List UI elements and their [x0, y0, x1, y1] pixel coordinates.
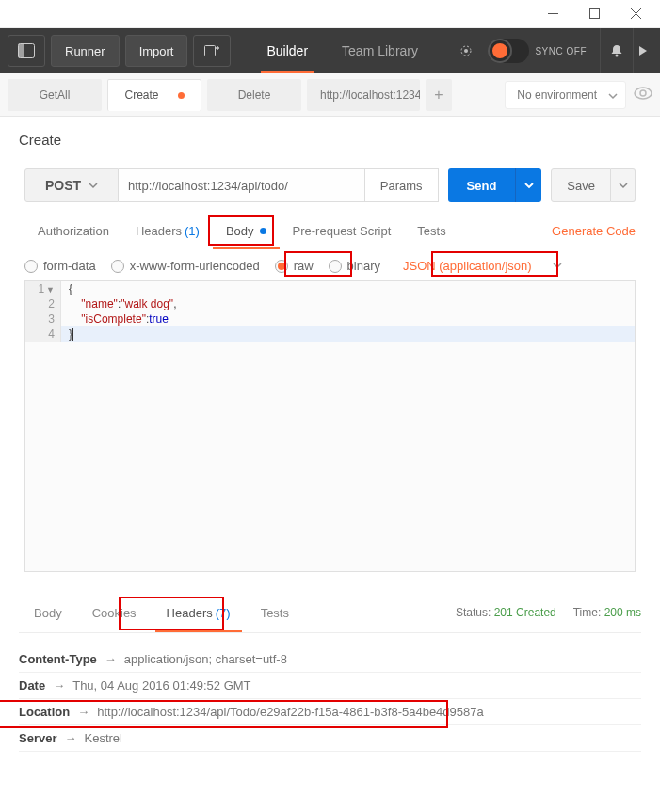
radio-icon	[275, 260, 288, 273]
subtab-prerequest[interactable]: Pre-request Script	[280, 212, 405, 249]
response-header-row: Server → Kestrel	[19, 725, 641, 752]
runner-button[interactable]: Runner	[51, 35, 120, 67]
request-name: Create	[0, 117, 660, 151]
environment-select[interactable]: No environment	[505, 81, 626, 109]
request-tab-create[interactable]: Create	[107, 79, 201, 111]
response-header-row: Location → http://localhost:1234/api/Tod…	[19, 699, 641, 725]
header-value: application/json; charset=utf-8	[124, 652, 287, 666]
svg-point-13	[635, 88, 652, 99]
app-toolbar: Runner Import Builder Team Library SYNC …	[0, 28, 660, 73]
radio-label: binary	[347, 259, 380, 273]
svg-point-14	[640, 90, 646, 96]
response-header-row: Content-Type → application/json; charset…	[19, 646, 641, 673]
radio-icon	[111, 260, 124, 273]
notifications-button[interactable]	[600, 28, 634, 73]
generate-code-link[interactable]: Generate Code	[552, 224, 636, 238]
request-body-editor[interactable]: 1▼ { 2 "name":"walk dog", 3 "isComplete"…	[24, 280, 636, 572]
window-close-button[interactable]	[615, 1, 656, 27]
header-value: Thu, 04 Aug 2016 01:49:52 GMT	[72, 678, 250, 693]
mode-tab-team-library[interactable]: Team Library	[325, 28, 435, 73]
header-value: http://localhost:1234/api/Todo/e29af22b-…	[97, 705, 484, 719]
radio-label: form-data	[43, 259, 96, 273]
response-tab-headers[interactable]: Headers (7)	[152, 593, 246, 632]
code-line: "isComplete":true	[61, 311, 176, 326]
http-method-select[interactable]: POST	[24, 168, 119, 202]
chevron-down-icon	[608, 90, 618, 103]
subtab-body[interactable]: Body	[213, 212, 280, 249]
code-line: {	[61, 281, 80, 296]
headers-count: (7)	[216, 606, 231, 620]
request-tabs-row: GetAll Create Delete http://localhost:12…	[0, 73, 660, 117]
line-number: 2	[25, 296, 61, 311]
sidebar-toggle-button[interactable]	[8, 35, 45, 67]
method-label: POST	[45, 178, 81, 193]
arrow-icon: →	[77, 705, 89, 719]
radio-label: x-www-form-urlencoded	[130, 259, 260, 273]
overflow-button[interactable]	[634, 46, 652, 56]
body-type-row: form-data x-www-form-urlencoded raw bina…	[0, 249, 660, 277]
window-maximize-button[interactable]	[573, 1, 615, 27]
body-type-urlencoded[interactable]: x-www-form-urlencoded	[111, 259, 260, 273]
body-content-type-select[interactable]: JSON (application/json)	[403, 259, 532, 273]
chevron-down-icon	[524, 179, 534, 193]
header-key: Server	[19, 731, 56, 745]
response-tab-cookies[interactable]: Cookies	[77, 593, 152, 632]
save-dropdown-button[interactable]	[611, 168, 636, 202]
new-request-tab-button[interactable]: +	[426, 79, 452, 111]
body-type-formdata[interactable]: form-data	[24, 259, 96, 273]
line-number: 4	[25, 326, 61, 342]
import-button[interactable]: Import	[125, 35, 188, 67]
environment-label: No environment	[517, 88, 597, 102]
chevron-down-icon	[619, 179, 628, 193]
arrow-icon: →	[105, 652, 117, 666]
time-value: 200 ms	[604, 606, 641, 619]
radio-icon	[24, 260, 38, 273]
body-type-raw[interactable]: raw	[275, 259, 314, 273]
response-tab-body[interactable]: Body	[19, 593, 77, 632]
header-key: Location	[19, 705, 70, 719]
chevron-down-icon	[89, 178, 98, 193]
send-dropdown-button[interactable]	[515, 168, 541, 202]
sync-toggle[interactable]: SYNC OFF	[488, 37, 587, 65]
subtab-headers[interactable]: Headers (1)	[122, 212, 213, 249]
text-cursor	[72, 328, 73, 341]
interceptor-icon[interactable]	[452, 37, 480, 65]
code-line: }	[61, 326, 81, 342]
svg-rect-0	[548, 13, 558, 14]
svg-point-10	[464, 49, 468, 53]
request-url-input[interactable]	[119, 168, 365, 202]
body-indicator-icon	[260, 228, 266, 234]
header-key: Date	[19, 678, 45, 693]
line-number: 1	[38, 282, 44, 295]
window-minimize-button[interactable]	[532, 1, 573, 27]
mode-tab-builder[interactable]: Builder	[250, 28, 325, 73]
svg-point-11	[616, 55, 619, 57]
save-button[interactable]: Save	[551, 168, 611, 202]
arrow-icon: →	[64, 731, 76, 745]
line-number: 3	[25, 311, 61, 326]
svg-rect-5	[19, 44, 24, 58]
params-button[interactable]: Params	[365, 168, 439, 202]
sync-label: SYNC OFF	[535, 46, 587, 56]
request-tab-url[interactable]: http://localhost:1234	[307, 79, 420, 111]
chevron-down-icon	[553, 259, 562, 273]
subtab-tests[interactable]: Tests	[404, 212, 459, 249]
request-tab-delete[interactable]: Delete	[207, 79, 301, 111]
response-tab-tests[interactable]: Tests	[246, 593, 304, 632]
new-tab-button[interactable]	[193, 35, 231, 67]
divider	[19, 632, 641, 633]
response-header-row: Date → Thu, 04 Aug 2016 01:49:52 GMT	[19, 673, 641, 699]
body-type-binary[interactable]: binary	[329, 259, 380, 273]
tab-label: Create	[124, 88, 158, 102]
svg-rect-1	[589, 9, 599, 19]
response-tabs: Body Cookies Headers (7) Tests Status: 2…	[19, 593, 641, 632]
radio-label: raw	[294, 259, 314, 273]
header-value: Kestrel	[84, 731, 121, 745]
request-tab-getall[interactable]: GetAll	[8, 79, 102, 111]
unsaved-dot-icon	[178, 92, 185, 99]
subtab-authorization[interactable]: Authorization	[24, 212, 122, 249]
time-label: Time: 200 ms	[573, 606, 641, 619]
environment-quicklook-button[interactable]	[634, 87, 652, 103]
subtab-label: Body	[226, 224, 254, 238]
send-button[interactable]: Send	[448, 168, 516, 202]
